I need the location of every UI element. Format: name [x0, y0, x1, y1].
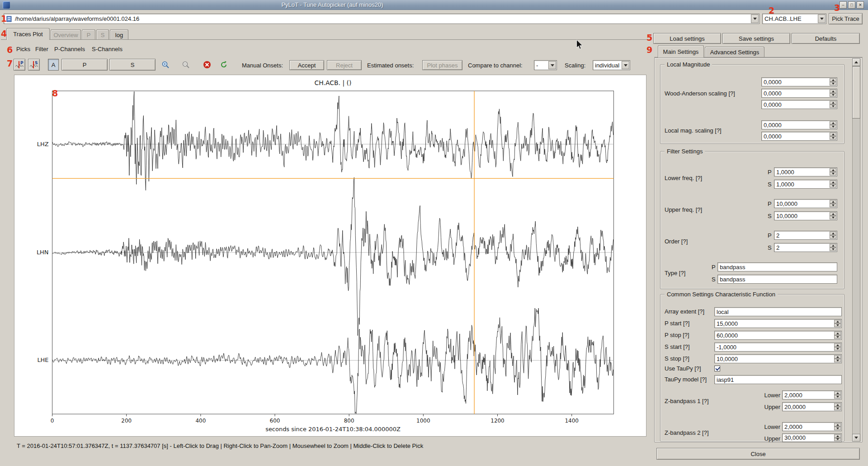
- menu-s-channels[interactable]: S-Channels: [92, 43, 123, 55]
- zbp2-lower-spinbox[interactable]: 2,0000: [782, 422, 842, 431]
- accept-button[interactable]: Accept: [289, 60, 324, 70]
- type-p-field[interactable]: bandpass: [717, 262, 837, 271]
- order-s-spinbox[interactable]: 2: [774, 243, 837, 252]
- window-titlebar[interactable]: PyLoT - Tune Autopicker (auf minos20): [0, 0, 868, 10]
- spin-buttons[interactable]: [830, 232, 836, 239]
- plot-phases-button[interactable]: Plot phases: [422, 60, 462, 70]
- path-combobox[interactable]: /home/darius/alparray/waveforms/e0001.02…: [4, 14, 760, 24]
- local-mag-spinbox-1[interactable]: 0,0000: [761, 120, 837, 129]
- maximize-button[interactable]: □: [848, 1, 855, 9]
- spin-buttons[interactable]: [830, 181, 836, 188]
- reject-button[interactable]: Reject: [327, 60, 362, 70]
- spin-up-icon[interactable]: [834, 391, 841, 395]
- spin-down-icon[interactable]: [830, 184, 836, 188]
- toggle-auto-button[interactable]: A: [48, 59, 59, 71]
- wood-anderson-spinbox-2[interactable]: 0,0000: [761, 89, 837, 98]
- spin-buttons[interactable]: [834, 320, 841, 327]
- spin-up-icon[interactable]: [830, 181, 836, 184]
- spin-down-icon[interactable]: [830, 235, 836, 239]
- spin-buttons[interactable]: [830, 78, 836, 86]
- type-s-field[interactable]: bandpass: [717, 275, 837, 284]
- waveform-canvas[interactable]: LHZLHNLHE0200400600800100012001400CH.ACB…: [14, 75, 646, 436]
- spin-down-icon[interactable]: [830, 105, 836, 108]
- order-p-spinbox[interactable]: 2: [774, 231, 837, 240]
- use-taupy-checkbox[interactable]: [714, 366, 720, 371]
- spin-up-icon[interactable]: [834, 434, 841, 438]
- spin-down-icon[interactable]: [830, 125, 836, 128]
- spin-down-icon[interactable]: [834, 359, 841, 362]
- scaling-dropdown-arrow[interactable]: [622, 61, 629, 69]
- spin-buttons[interactable]: [830, 200, 836, 207]
- scrollbar-down-arrow[interactable]: [852, 434, 860, 442]
- tab-advanced-settings[interactable]: Advanced Settings: [705, 47, 764, 57]
- spin-up-icon[interactable]: [830, 168, 836, 172]
- tab-main-settings[interactable]: Main Settings: [658, 45, 704, 57]
- spin-up-icon[interactable]: [830, 121, 836, 125]
- s-start-spinbox[interactable]: -1,0000: [714, 342, 842, 352]
- spin-up-icon[interactable]: [830, 200, 836, 204]
- spin-down-icon[interactable]: [834, 407, 841, 410]
- spin-buttons[interactable]: [834, 434, 841, 441]
- load-settings-button[interactable]: Load settings: [653, 33, 721, 44]
- spin-down-icon[interactable]: [830, 172, 836, 176]
- spin-down-icon[interactable]: [830, 93, 836, 97]
- local-mag-spinbox-2[interactable]: 0,0000: [761, 132, 837, 141]
- spin-buttons[interactable]: [834, 403, 841, 410]
- tab-s[interactable]: S: [96, 29, 109, 40]
- spin-up-icon[interactable]: [830, 232, 836, 235]
- spin-buttons[interactable]: [830, 212, 836, 219]
- spin-buttons[interactable]: [834, 391, 841, 399]
- upper-freq-p-spinbox[interactable]: 10,0000: [774, 199, 837, 208]
- menu-picks[interactable]: Picks: [16, 43, 30, 55]
- path-dropdown-arrow[interactable]: [751, 14, 759, 23]
- spin-up-icon[interactable]: [834, 355, 841, 359]
- spin-up-icon[interactable]: [830, 212, 836, 216]
- tab-log[interactable]: log: [110, 29, 128, 40]
- close-button[interactable]: Close: [656, 448, 860, 460]
- spin-up-icon[interactable]: [830, 90, 836, 93]
- zoom-reset-button[interactable]: [180, 59, 192, 71]
- scaling-combobox[interactable]: individual: [593, 60, 630, 70]
- spin-up-icon[interactable]: [830, 101, 836, 105]
- spin-buttons[interactable]: [830, 168, 836, 176]
- wood-anderson-spinbox-1[interactable]: 0,0000: [761, 77, 837, 86]
- array-extent-field[interactable]: local: [714, 307, 842, 316]
- spin-up-icon[interactable]: [830, 78, 836, 82]
- menu-filter[interactable]: Filter: [35, 43, 48, 55]
- spin-buttons[interactable]: [830, 133, 836, 140]
- spin-down-icon[interactable]: [834, 335, 841, 339]
- spin-up-icon[interactable]: [834, 343, 841, 347]
- spin-up-icon[interactable]: [834, 403, 841, 407]
- pick-p-button[interactable]: P: [14, 59, 25, 71]
- spin-down-icon[interactable]: [834, 347, 841, 351]
- spin-buttons[interactable]: [830, 101, 836, 108]
- spin-down-icon[interactable]: [834, 427, 841, 430]
- spin-buttons[interactable]: [830, 90, 836, 97]
- spin-down-icon[interactable]: [830, 247, 836, 251]
- zbp2-upper-spinbox[interactable]: 30,0000: [782, 433, 842, 442]
- taupy-model-field[interactable]: iasp91: [714, 375, 842, 384]
- tab-p[interactable]: P: [82, 29, 95, 40]
- zoom-in-button[interactable]: [160, 59, 171, 71]
- spin-buttons[interactable]: [834, 423, 841, 430]
- close-window-button[interactable]: ✕: [857, 1, 864, 9]
- refresh-button[interactable]: [218, 59, 230, 71]
- spin-buttons[interactable]: [830, 121, 836, 128]
- upper-freq-s-spinbox[interactable]: 10,0000: [774, 211, 837, 220]
- spin-down-icon[interactable]: [830, 82, 836, 86]
- tab-overview[interactable]: Overview: [51, 29, 81, 40]
- wood-anderson-spinbox-3[interactable]: 0,0000: [761, 100, 837, 109]
- tab-traces-plot[interactable]: Traces Plot: [6, 28, 50, 40]
- minimize-button[interactable]: –: [840, 1, 847, 9]
- spin-up-icon[interactable]: [834, 423, 841, 427]
- p-start-spinbox[interactable]: 15,0000: [714, 319, 842, 328]
- spin-up-icon[interactable]: [830, 244, 836, 247]
- pick-s-button[interactable]: S: [28, 59, 40, 71]
- scrollbar-thumb[interactable]: [852, 67, 860, 119]
- spin-up-icon[interactable]: [830, 133, 836, 136]
- spin-up-icon[interactable]: [834, 332, 841, 335]
- spin-down-icon[interactable]: [834, 323, 841, 327]
- channel-dropdown-arrow[interactable]: [818, 14, 826, 23]
- menu-p-channels[interactable]: P-Channels: [54, 43, 85, 55]
- save-settings-button[interactable]: Save settings: [722, 33, 790, 44]
